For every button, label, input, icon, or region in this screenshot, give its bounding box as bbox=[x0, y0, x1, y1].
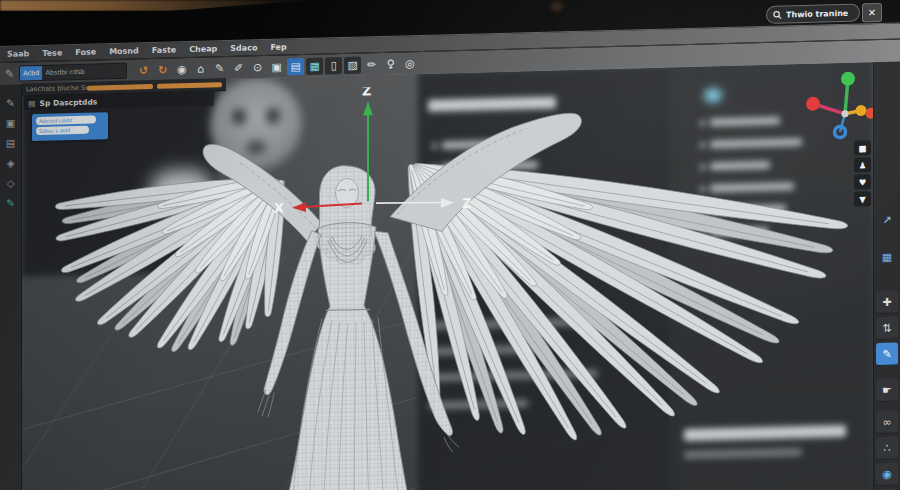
zoom-tool-icon[interactable]: ⊙ bbox=[249, 59, 266, 76]
pen-tool-icon[interactable]: ✎ bbox=[3, 96, 18, 110]
view-controls: ■ ♟ ♥ ▼ bbox=[854, 140, 871, 206]
layers-icon[interactable]: ▤ bbox=[3, 136, 18, 150]
right-toolbar: ↗ ▦ ✚ ⇅ ✎ ☛ ∞ ∴ ◉ ⋯ bbox=[873, 60, 900, 490]
trash-icon[interactable]: ▯ bbox=[325, 57, 342, 74]
pen-tool-icon[interactable]: ✎ bbox=[211, 60, 228, 77]
menu-item-2[interactable]: Fose bbox=[75, 47, 96, 57]
pen-icon[interactable]: ✎ bbox=[5, 67, 14, 80]
lock-icon[interactable]: ◉ bbox=[173, 61, 190, 78]
select-box-icon[interactable]: ▣ bbox=[3, 116, 18, 130]
selection-dropdown[interactable]: Adscbd cdsbf Sdbsc s dsbf bbox=[32, 112, 108, 141]
menu-item-6[interactable]: Sdaco bbox=[230, 43, 257, 53]
search-icon bbox=[773, 10, 782, 19]
axis-x-handle bbox=[806, 97, 820, 111]
image-icon[interactable]: ▧ bbox=[344, 56, 361, 73]
grid-icon[interactable]: ▦ bbox=[306, 57, 323, 74]
svg-text:Z: Z bbox=[462, 196, 471, 211]
axis-z-handle bbox=[856, 105, 867, 116]
menu-item-1[interactable]: Tese bbox=[42, 48, 62, 58]
scene-panel: ▤ Sp Dascptdds Adscbd cdsbf Sdbsc s dsbf bbox=[24, 91, 214, 141]
field-rest-text: Absdbi cdsb bbox=[42, 68, 84, 77]
redo-icon[interactable]: ↻ bbox=[154, 61, 171, 78]
panel-title: Sp Dascptdds bbox=[40, 97, 98, 108]
annotate-pen-icon[interactable]: ✎ bbox=[3, 196, 18, 210]
viewport-3d[interactable]: ▤ Sp Dascptdds Adscbd cdsbf Sdbsc s dsbf bbox=[22, 61, 873, 490]
breadcrumb-text: Laechats bluche Scaps Daporne bbox=[22, 84, 87, 94]
diamond-icon[interactable]: ◈ bbox=[3, 156, 18, 170]
svg-text:X: X bbox=[274, 201, 284, 216]
spheres-icon[interactable]: ◉ bbox=[876, 462, 898, 486]
draw-icon[interactable]: ✎ bbox=[876, 342, 898, 366]
dropdown-item[interactable]: Adscbd cdsbf bbox=[36, 115, 96, 125]
search-text: Thwio tranine bbox=[786, 8, 848, 19]
link-icon[interactable]: ∞ bbox=[876, 410, 898, 434]
axis-navigator[interactable] bbox=[782, 68, 873, 147]
tool-icon[interactable]: ✚ bbox=[876, 290, 898, 314]
photo-stage: Thwio tranine ✕ Saab Tese Fose Mosnd Fas… bbox=[0, 0, 900, 490]
duplicate-icon[interactable]: ▣ bbox=[268, 58, 285, 75]
download-icon[interactable]: ▼ bbox=[854, 191, 871, 206]
left-toolbar: ✎ ▣ ▤ ◈ ◇ ✎ bbox=[0, 83, 22, 490]
axis-y-handle bbox=[841, 72, 855, 86]
menu-item-5[interactable]: Cheap bbox=[189, 44, 217, 54]
sphere-icon[interactable]: ◎ bbox=[401, 55, 418, 72]
steps-icon[interactable]: ∴ bbox=[876, 436, 898, 460]
close-button[interactable]: ✕ bbox=[862, 3, 882, 23]
main-area: ✎ ▣ ▤ ◈ ◇ ✎ bbox=[0, 60, 900, 490]
door-icon[interactable]: ⌂ bbox=[192, 60, 209, 77]
status-dot-icon bbox=[157, 82, 222, 89]
figure-icon[interactable]: ♀ bbox=[382, 55, 399, 72]
wireframe-icon[interactable]: ◇ bbox=[3, 176, 18, 190]
menu-item-0[interactable]: Saab bbox=[7, 49, 29, 59]
status-dot-icon bbox=[87, 84, 152, 91]
field-selected-text: Acbd bbox=[20, 65, 42, 82]
search-input[interactable]: Thwio tranine bbox=[766, 3, 860, 23]
cursor-icon[interactable]: ↗ bbox=[876, 208, 898, 231]
dropdown-item[interactable]: Sdbsc s dsbf bbox=[36, 126, 89, 135]
menu-item-7[interactable]: Fep bbox=[270, 42, 286, 51]
folder-icon[interactable]: ▤ bbox=[287, 58, 304, 75]
name-field[interactable]: Acbd Absdbi cdsb bbox=[19, 63, 127, 82]
menu-item-3[interactable]: Mosnd bbox=[109, 46, 139, 56]
brush-icon[interactable]: ✏ bbox=[363, 56, 380, 73]
desk-edge bbox=[0, 0, 310, 11]
swap-icon[interactable]: ⇅ bbox=[876, 316, 898, 340]
panel-icon: ▤ bbox=[28, 99, 36, 108]
app-window: Thwio tranine ✕ Saab Tese Fose Mosnd Fas… bbox=[0, 0, 900, 490]
menu-item-4[interactable]: Faste bbox=[152, 45, 176, 55]
hand-icon[interactable]: ☛ bbox=[876, 378, 898, 402]
cube-icon[interactable]: ▦ bbox=[876, 245, 898, 268]
user-icon[interactable]: ♟ bbox=[854, 157, 871, 172]
tag-pen-icon[interactable]: ✐ bbox=[230, 59, 247, 76]
frame-icon[interactable]: ■ bbox=[854, 140, 871, 155]
favorite-icon[interactable]: ♥ bbox=[854, 174, 871, 189]
undo-icon[interactable]: ↺ bbox=[135, 62, 152, 79]
